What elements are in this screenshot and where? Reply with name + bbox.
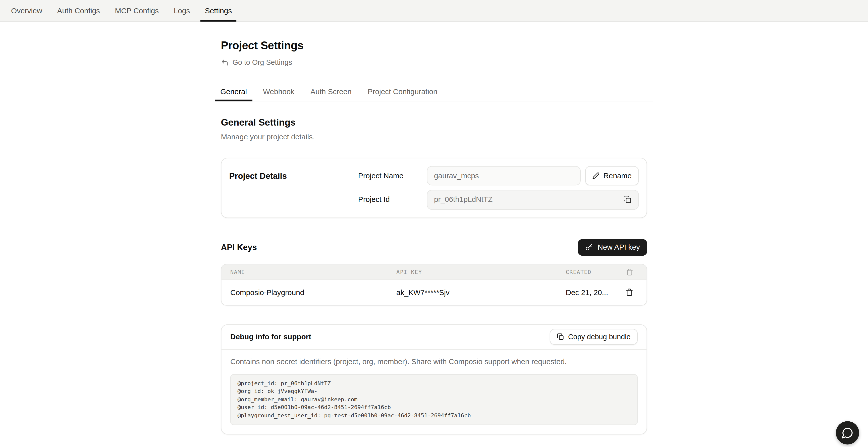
chat-bubble-icon	[841, 427, 854, 439]
tab-auth-screen[interactable]: Auth Screen	[305, 82, 357, 100]
debug-card-header: Debug info for support Copy debug bundle	[221, 325, 647, 350]
code-line-project-id: @project_id: pr_06th1pLdNtTZ	[238, 379, 631, 387]
debug-code-block: @project_id: pr_06th1pLdNtTZ @org_id: ok…	[230, 374, 638, 425]
trash-icon	[626, 268, 633, 276]
project-details-title: Project Details	[229, 166, 358, 210]
tab-project-configuration[interactable]: Project Configuration	[362, 82, 443, 100]
tab-general[interactable]: General	[215, 82, 252, 100]
api-key-name: Composio-Playground	[230, 288, 396, 296]
corner-up-left-icon	[221, 59, 228, 66]
back-link-label: Go to Org Settings	[232, 58, 292, 66]
debug-info-card: Debug info for support Copy debug bundle…	[221, 324, 647, 435]
column-header-created: CREATED	[566, 269, 621, 275]
nav-item-mcp-configs[interactable]: MCP Configs	[111, 0, 163, 21]
debug-card-body: Contains non-secret identifiers (project…	[221, 350, 647, 434]
nav-item-auth-configs[interactable]: Auth Configs	[53, 0, 104, 21]
go-to-org-settings-link[interactable]: Go to Org Settings	[221, 58, 292, 66]
api-keys-header: API Keys New API key	[221, 239, 647, 255]
trash-icon	[626, 288, 633, 296]
copy-debug-bundle-label: Copy debug bundle	[568, 333, 631, 341]
code-line-user-id: @user_id: d5e001b0-09ac-46d2-8451-2694ff…	[238, 404, 631, 412]
tab-webhook[interactable]: Webhook	[257, 82, 300, 100]
column-header-api-key: API KEY	[396, 269, 566, 275]
project-id-row: Project Id pr_06th1pLdNtTZ	[358, 190, 639, 210]
new-api-key-label: New API key	[597, 243, 640, 251]
project-name-input[interactable]	[427, 166, 581, 185]
key-icon	[585, 243, 593, 251]
code-line-org-id: @org_id: ok_jVveqqkYFWa-	[238, 387, 631, 395]
delete-api-key-button[interactable]	[621, 288, 638, 296]
column-header-delete	[621, 268, 638, 276]
project-id-label: Project Id	[358, 195, 427, 204]
api-key-created-date: Dec 21, 20...	[566, 288, 621, 296]
copy-icon	[557, 333, 564, 341]
support-chat-button[interactable]	[836, 421, 859, 445]
project-settings-page: Overview Auth Configs MCP Configs Logs S…	[0, 0, 868, 447]
column-header-name: NAME	[230, 269, 396, 275]
api-keys-table: NAME API KEY CREATED Composio-Playground…	[221, 264, 647, 305]
page-title: Project Settings	[221, 39, 647, 52]
nav-item-overview[interactable]: Overview	[6, 0, 46, 21]
copy-project-id-button[interactable]	[623, 195, 632, 204]
api-keys-heading: API Keys	[221, 242, 257, 252]
nav-item-settings[interactable]: Settings	[200, 0, 236, 21]
rename-button-label: Rename	[603, 171, 631, 180]
api-key-masked-value: ak_KW7*****Sjv	[396, 288, 566, 296]
main-content: Project Settings Go to Org Settings Gene…	[221, 22, 647, 447]
nav-item-logs[interactable]: Logs	[169, 0, 194, 21]
project-id-value: pr_06th1pLdNtTZ	[434, 195, 623, 204]
project-details-card: Project Details Project Name Rename Proj…	[221, 157, 647, 218]
project-details-fields: Project Name Rename Project Id pr_06th1p…	[358, 166, 639, 210]
top-navigation: Overview Auth Configs MCP Configs Logs S…	[0, 0, 868, 22]
general-settings-heading: General Settings	[221, 117, 647, 128]
settings-tabs: General Webhook Auth Screen Project Conf…	[215, 82, 653, 101]
project-name-label: Project Name	[358, 171, 427, 180]
api-keys-table-header: NAME API KEY CREATED	[221, 264, 647, 280]
code-line-org-member-email: @org_member_email: gaurav@inkeep.com	[238, 395, 631, 404]
debug-card-title: Debug info for support	[230, 333, 311, 341]
copy-debug-bundle-button[interactable]: Copy debug bundle	[550, 329, 638, 345]
code-line-playground-test-user-id: @playground_test_user_id: pg-test-d5e001…	[238, 412, 631, 420]
api-key-row: Composio-Playground ak_KW7*****Sjv Dec 2…	[221, 280, 647, 305]
general-settings-subheading: Manage your project details.	[221, 133, 647, 141]
project-name-row: Project Name Rename	[358, 166, 639, 185]
new-api-key-button[interactable]: New API key	[578, 239, 647, 255]
project-id-field: pr_06th1pLdNtTZ	[427, 190, 639, 210]
pencil-icon	[592, 172, 599, 179]
debug-description: Contains non-secret identifiers (project…	[230, 357, 638, 365]
copy-icon	[623, 195, 632, 204]
rename-button[interactable]: Rename	[585, 166, 639, 185]
